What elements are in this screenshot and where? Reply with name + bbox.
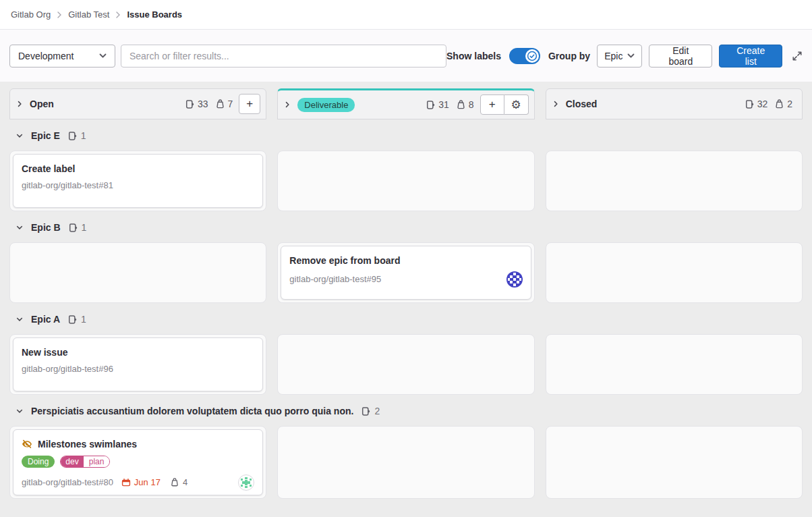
swimlane-header: Epic A 1 — [9, 303, 803, 334]
column-title: Open — [30, 99, 54, 109]
weight-count: 2 — [787, 99, 792, 109]
chevron-down-icon[interactable] — [15, 315, 24, 323]
weight-icon — [456, 100, 466, 110]
issue-card[interactable]: Milestones swimlanes Doing dev plan gitl… — [13, 429, 263, 495]
weight-icon — [774, 99, 784, 109]
board-cell-empty — [277, 334, 534, 395]
board-select[interactable]: Development — [9, 45, 115, 67]
due-date: Jun 17 — [121, 477, 161, 489]
edit-board-button[interactable]: Edit board — [649, 45, 712, 67]
column-title: Closed — [566, 99, 598, 109]
toggle-check-icon — [525, 49, 539, 63]
chevron-down-icon[interactable] — [15, 132, 24, 140]
issue-card[interactable]: Create label gitlab-org/gitlab-test#81 — [13, 154, 263, 208]
chevron-right-icon[interactable] — [552, 99, 560, 109]
board-toolbar: Development Show labels Group by Epic Ed… — [0, 30, 812, 82]
chevron-right-icon — [57, 11, 62, 18]
swimlane-title: Perspiciatis accusantium dolorem volupta… — [31, 406, 353, 416]
board-cell: Remove epic from board gitlab-org/gitlab… — [277, 242, 534, 303]
swimlane-header: Perspiciatis accusantium dolorem volupta… — [9, 395, 803, 426]
maximize-icon[interactable] — [792, 51, 803, 61]
show-labels-toggle[interactable] — [509, 48, 540, 64]
issue-footer: gitlab-org/gitlab-test#80 Jun 17 4 — [22, 474, 254, 491]
swimlane-issue-count: 1 — [67, 314, 86, 325]
add-issue-button[interactable]: + — [480, 94, 504, 115]
swimlane-epic-b: Epic B 1 Remove epic from board gitlab-o… — [9, 211, 803, 303]
column-counts: 32 2 — [745, 99, 796, 109]
board-cell-empty — [546, 151, 803, 211]
swimlane-row: Create label gitlab-org/gitlab-test#81 — [9, 151, 803, 211]
chevron-down-icon[interactable] — [15, 223, 24, 232]
board-cell-empty — [546, 242, 803, 303]
list-actions: + ⚙ — [480, 94, 529, 115]
swimlane-title: Epic E — [31, 130, 60, 141]
issue-card[interactable]: Remove epic from board gitlab-org/gitlab… — [281, 246, 531, 300]
swimlane-row: New issue gitlab-org/gitlab-test#96 — [9, 334, 803, 395]
chevron-down-icon[interactable] — [15, 407, 24, 415]
issue-footer: gitlab-org/gitlab-test#81 — [22, 180, 254, 192]
issues-icon — [745, 99, 755, 109]
issue-reference: gitlab-org/gitlab-test#96 — [22, 363, 113, 375]
issue-board: Open 33 7 + Deliverable — [0, 82, 812, 517]
breadcrumb-item-gitlab-org[interactable]: Gitlab Org — [11, 9, 51, 20]
issue-labels: Doing dev plan — [22, 456, 254, 468]
list-label-pill: Deliverable — [297, 98, 355, 112]
swimlane-epic-e: Epic E 1 Create label gitlab-org/gitlab-… — [9, 119, 803, 211]
column-header-open: Open 33 7 + — [9, 88, 266, 119]
add-issue-button[interactable]: + — [239, 94, 260, 114]
swimlane-row: Milestones swimlanes Doing dev plan gitl… — [9, 426, 803, 499]
swimlane-title: Epic A — [31, 314, 60, 325]
swimlane-issue-count: 2 — [361, 406, 380, 416]
group-by-select[interactable]: Epic — [597, 45, 642, 67]
label-scoped-dev-plan: dev plan — [60, 456, 110, 468]
calendar-overdue-icon — [121, 478, 131, 487]
chevron-right-icon[interactable] — [16, 99, 24, 109]
swimlane-perspiciatis: Perspiciatis accusantium dolorem volupta… — [9, 395, 803, 499]
chevron-down-icon — [99, 53, 107, 58]
weight-value: 4 — [183, 477, 187, 489]
breadcrumb-item-gitlab-test[interactable]: Gitlab Test — [68, 9, 109, 20]
column-counts: 33 7 — [185, 99, 233, 109]
board-cell-empty — [277, 151, 534, 211]
breadcrumb-current-page: Issue Boards — [127, 9, 182, 20]
swimlane-row: Remove epic from board gitlab-org/gitlab… — [9, 242, 803, 303]
board-cell-empty — [277, 426, 534, 499]
board-cell-empty — [9, 242, 266, 303]
create-list-button[interactable]: Create list — [719, 45, 782, 67]
count-value: 1 — [81, 130, 86, 141]
issue-title: Remove epic from board — [289, 254, 522, 267]
issue-title: New issue — [22, 346, 254, 359]
due-date-text: Jun 17 — [134, 477, 161, 489]
swimlane-issue-count: 1 — [67, 130, 86, 141]
show-labels-label: Show labels — [446, 51, 501, 61]
issue-count: 32 — [757, 99, 768, 109]
list-settings-button[interactable]: ⚙ — [504, 94, 529, 115]
issue-footer: gitlab-org/gitlab-test#96 — [22, 363, 254, 375]
column-headers-row: Open 33 7 + Deliverable — [9, 88, 803, 119]
issue-footer: gitlab-org/gitlab-test#95 — [289, 271, 522, 288]
count-value: 1 — [81, 314, 86, 325]
column-header-deliverable: Deliverable 31 8 + ⚙ — [277, 88, 534, 119]
group-by-label: Group by — [548, 51, 590, 61]
scoped-label-key: dev — [61, 456, 83, 467]
swimlane-header: Epic B 1 — [9, 211, 803, 242]
board-cell-empty — [546, 334, 803, 395]
count-value: 2 — [374, 406, 380, 416]
swimlane-header: Epic E 1 — [9, 119, 803, 151]
issue-count: 33 — [198, 99, 208, 109]
issue-title: Milestones swimlanes — [38, 437, 137, 451]
chevron-right-icon[interactable] — [283, 100, 291, 109]
column-header-closed: Closed 32 2 — [546, 88, 803, 119]
swimlane-issue-count: 1 — [68, 222, 87, 233]
issue-card[interactable]: New issue gitlab-org/gitlab-test#96 — [13, 337, 263, 391]
issue-weight: 4 — [170, 477, 187, 489]
label-doing: Doing — [22, 456, 55, 468]
board-cell: New issue gitlab-org/gitlab-test#96 — [9, 334, 266, 395]
issues-icon — [185, 99, 195, 109]
issue-count: 31 — [438, 99, 449, 110]
group-by-value: Epic — [604, 51, 622, 61]
chevron-down-icon — [627, 53, 635, 58]
search-input[interactable] — [121, 45, 446, 67]
count-value: 1 — [82, 222, 87, 233]
weight-icon — [170, 478, 179, 487]
